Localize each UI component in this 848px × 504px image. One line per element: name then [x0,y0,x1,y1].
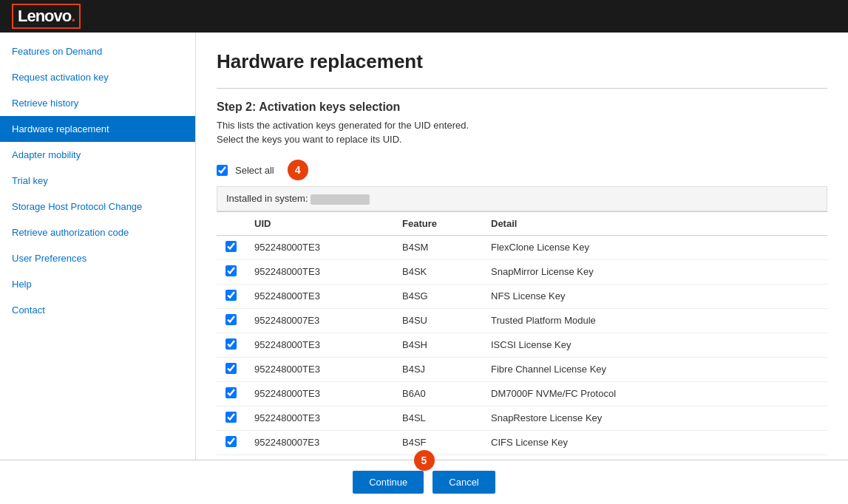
step-desc2: Select the keys you want to replace its … [217,134,827,145]
row-detail-3: Trusted Platform Module [482,308,827,333]
table-row: 952248000TE3B4SGNFS License Key [217,284,827,308]
sidebar-item-user-preferences[interactable]: User Preferences [0,245,195,271]
sidebar-item-contact[interactable]: Contact [0,297,195,323]
row-detail-6: DM7000F NVMe/FC Protocol [482,381,827,406]
row-uid-1: 952248000TE3 [245,259,393,284]
row-feature-0: B4SM [393,235,482,259]
select-all-checkbox[interactable] [217,165,228,176]
row-checkbox-2[interactable] [225,290,237,301]
row-feature-9: B4SN [393,454,482,460]
row-checkbox-1[interactable] [225,265,237,276]
row-detail-1: SnapMirror License Key [482,259,827,284]
app-header: Lenovo. [0,0,848,33]
sidebar-item-trial-key[interactable]: Trial key [0,168,195,194]
sidebar-item-retrieve-authorization-code[interactable]: Retrieve authorization code [0,219,195,245]
table-header-row: UID Feature Detail [217,211,827,235]
system-uid [311,194,370,205]
row-checkbox-4[interactable] [225,338,237,350]
main-layout: Features on DemandRequest activation key… [0,33,848,460]
system-info-bar: Installed in system: [217,186,827,211]
row-feature-1: B4SK [393,259,482,284]
lenovo-logo: Lenovo. [12,4,81,29]
row-detail-4: ISCSI License Key [482,333,827,357]
sidebar-item-adapter-mobility[interactable]: Adapter mobility [0,142,195,168]
row-uid-3: 9522480007E3 [245,308,393,333]
row-uid-0: 952248000TE3 [245,235,393,259]
row-checkbox-3[interactable] [225,314,237,325]
footer-bar: 5 Continue Cancel [0,460,848,504]
row-uid-5: 952248000TE3 [245,357,393,381]
step5-badge: 5 [414,450,435,471]
system-info-label: Installed in system: [226,193,308,204]
table-row: 9522480007E3B4SUTrusted Platform Module [217,308,827,333]
sidebar-item-retrieve-history[interactable]: Retrieve history [0,90,195,116]
row-detail-8: CIFS License Key [482,430,827,454]
cancel-button[interactable]: Cancel [433,471,495,494]
step-section: Step 2: Activation keys selection This l… [217,88,827,460]
table-row: 952248000TE3B4SKSnapMirror License Key [217,259,827,284]
row-feature-7: B4SL [393,406,482,430]
step-desc1: This lists the activation keys generated… [217,120,827,131]
col-header-feature: Feature [393,211,482,235]
row-checkbox-8[interactable] [225,436,237,447]
row-uid-9: 9522480007E3 [245,454,393,460]
table-row: 952248000TE3B4SLSnapRestore License Key [217,406,827,430]
step-title: Step 2: Activation keys selection [217,101,827,114]
table-row: 952248000TE3B6A0DM7000F NVMe/FC Protocol [217,381,827,406]
col-header-uid: UID [245,211,393,235]
row-feature-2: B4SG [393,284,482,308]
row-uid-4: 952248000TE3 [245,333,393,357]
row-detail-0: FlexClone License Key [482,235,827,259]
row-detail-9: Volume Encryption License Key [482,454,827,460]
sidebar-item-request-activation-key[interactable]: Request activation key [0,64,195,90]
step4-badge: 4 [288,160,308,180]
sidebar-item-hardware-replacement[interactable]: Hardware replacement [0,116,195,142]
row-checkbox-0[interactable] [225,241,237,252]
sidebar-item-features-on-demand[interactable]: Features on Demand [0,38,195,64]
row-feature-3: B4SU [393,308,482,333]
select-all-label: Select all [235,165,274,176]
row-detail-2: NFS License Key [482,284,827,308]
continue-button[interactable]: Continue [353,471,424,494]
row-uid-2: 952248000TE3 [245,284,393,308]
row-checkbox-6[interactable] [225,387,237,398]
row-uid-7: 952248000TE3 [245,406,393,430]
row-feature-4: B4SH [393,333,482,357]
table-row: 9522480007E3B4SFCIFS License Key [217,430,827,454]
col-header-check [217,211,245,235]
page-title: Hardware replacement [217,50,827,73]
row-detail-5: Fibre Channel License Key [482,357,827,381]
table-row: 952248000TE3B4SJFibre Channel License Ke… [217,357,827,381]
row-feature-5: B4SJ [393,357,482,381]
row-uid-8: 9522480007E3 [245,430,393,454]
sidebar-item-storage-host-protocol-change[interactable]: Storage Host Protocol Change [0,194,195,219]
sidebar: Features on DemandRequest activation key… [0,33,196,460]
col-header-detail: Detail [482,211,827,235]
table-row: 952248000TE3B4SMFlexClone License Key [217,235,827,259]
content-area: Hardware replacement Step 2: Activation … [196,33,848,460]
row-detail-7: SnapRestore License Key [482,406,827,430]
select-all-row: Select all 4 [217,154,827,186]
row-feature-8: B4SF [393,430,482,454]
table-row: 9522480007E3B4SNVolume Encryption Licens… [217,454,827,460]
row-checkbox-7[interactable] [225,412,237,423]
row-feature-6: B6A0 [393,381,482,406]
sidebar-item-help[interactable]: Help [0,271,195,297]
row-uid-6: 952248000TE3 [245,381,393,406]
table-row: 952248000TE3B4SHISCSI License Key [217,333,827,357]
activation-keys-table: UID Feature Detail 952248000TE3B4SMFlexC… [217,211,827,460]
row-checkbox-5[interactable] [225,363,237,374]
